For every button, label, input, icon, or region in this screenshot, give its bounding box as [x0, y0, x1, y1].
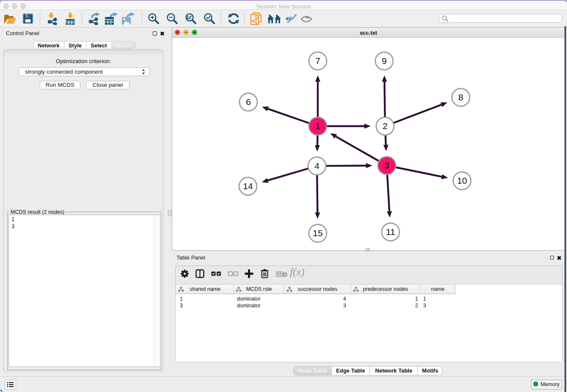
svg-text:15: 15 — [313, 228, 322, 238]
svg-text:7: 7 — [315, 56, 320, 66]
svg-text:1: 1 — [315, 121, 320, 131]
svg-text:6: 6 — [246, 97, 251, 107]
svg-text:3: 3 — [384, 160, 389, 170]
svg-text:4: 4 — [314, 161, 319, 171]
svg-text:2: 2 — [383, 121, 388, 131]
svg-text:9: 9 — [382, 56, 387, 66]
svg-text:10: 10 — [457, 176, 467, 185]
svg-text:14: 14 — [243, 181, 253, 191]
svg-text:11: 11 — [386, 227, 395, 237]
svg-text:8: 8 — [458, 92, 463, 102]
